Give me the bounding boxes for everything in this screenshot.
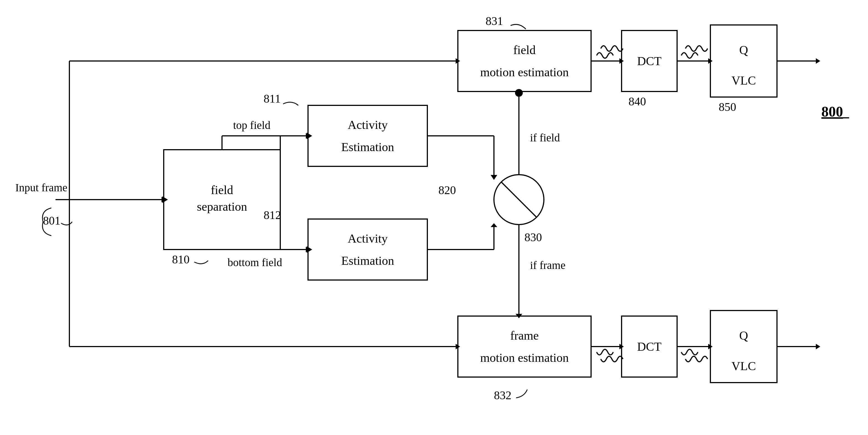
- ref-820: 820: [438, 184, 456, 197]
- field-separation-label-1: field: [211, 183, 234, 197]
- activity-bottom-block: [308, 219, 427, 280]
- qvlc-bottom-label-vlc: VLC: [732, 359, 756, 373]
- ref-811: 811: [264, 92, 281, 105]
- qvlc-top-label-q: Q: [739, 43, 748, 57]
- activity-top-label-1: Activity: [348, 118, 388, 132]
- field-motion-block: [458, 31, 591, 92]
- ref-832: 832: [494, 389, 512, 402]
- activity-top-block: [308, 105, 427, 166]
- ref-810: 810: [172, 253, 189, 266]
- dct-bottom-label: DCT: [637, 340, 661, 354]
- ref-801: 801: [43, 214, 61, 227]
- field-separation-label-2: separation: [197, 200, 247, 213]
- if-frame-label: if frame: [530, 259, 565, 271]
- svg-marker-43: [816, 58, 820, 64]
- ref-800: 800: [822, 104, 843, 120]
- svg-point-37: [515, 89, 523, 97]
- svg-marker-49: [816, 344, 820, 349]
- ref-850: 850: [719, 101, 736, 113]
- qvlc-top-label-vlc: VLC: [732, 74, 756, 87]
- field-motion-label-1: field: [514, 43, 536, 57]
- frame-motion-label-1: frame: [510, 329, 539, 342]
- bottom-field-label: bottom field: [227, 256, 282, 269]
- svg-marker-32: [491, 223, 497, 227]
- qvlc-bottom-label-q: Q: [739, 329, 748, 342]
- activity-bottom-label-1: Activity: [348, 232, 388, 245]
- dct-top-label: DCT: [637, 54, 661, 68]
- frame-motion-label-2: motion estimation: [480, 351, 569, 365]
- activity-top-label-2: Estimation: [341, 140, 394, 154]
- ref-812: 812: [264, 209, 281, 222]
- ref-840: 840: [628, 95, 646, 108]
- field-motion-label-2: motion estimation: [480, 65, 569, 79]
- field-separation-block: [164, 150, 280, 249]
- activity-bottom-label-2: Estimation: [341, 254, 394, 268]
- if-field-label: if field: [530, 131, 560, 144]
- diagram-container: field separation Activity Estimation Act…: [0, 0, 868, 435]
- ref-831: 831: [486, 15, 503, 28]
- svg-marker-29: [491, 175, 497, 180]
- frame-motion-block: [458, 316, 591, 377]
- input-frame-label: Input frame: [15, 181, 67, 194]
- ref-830: 830: [524, 231, 542, 244]
- top-field-label: top field: [233, 119, 270, 131]
